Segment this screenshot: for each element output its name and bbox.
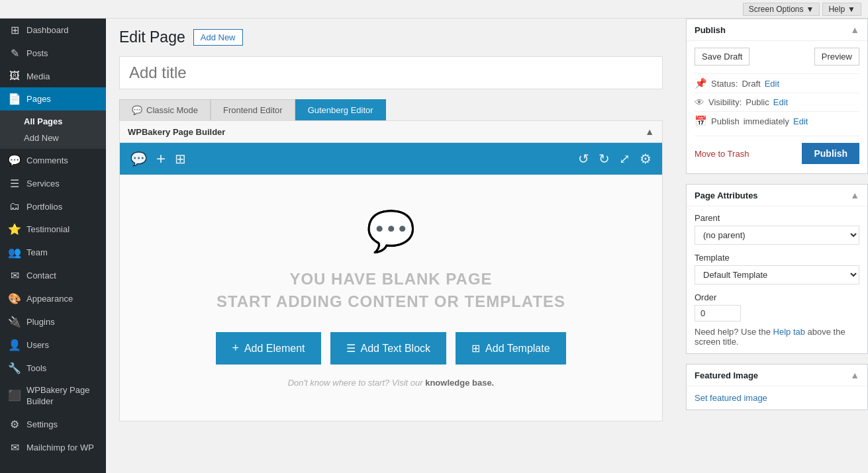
publish-time-icon: 📅 bbox=[695, 115, 707, 127]
publish-metabox-body: Save Draft Preview 📌 Status: Draft Edit … bbox=[687, 41, 867, 173]
sidebar-item-users[interactable]: 👤 Users bbox=[0, 333, 106, 357]
contact-icon: ✉ bbox=[8, 269, 21, 282]
page-attributes-title: Page Attributes bbox=[695, 191, 758, 200]
services-icon: ☰ bbox=[8, 177, 21, 190]
layout: ⊞ Dashboard ✎ Posts 🖼 Media 📄 Pages All … bbox=[0, 19, 868, 473]
publish-time-row: 📅 Publish immediately Edit bbox=[695, 111, 859, 130]
status-row: 📌 Status: Draft Edit bbox=[695, 73, 859, 93]
add-element-button[interactable]: + Add Element bbox=[216, 332, 320, 365]
publish-metabox-title: Publish bbox=[695, 25, 726, 35]
publish-time-edit-link[interactable]: Edit bbox=[793, 116, 808, 126]
users-icon: 👤 bbox=[8, 339, 21, 351]
wpbakery-collapse-button[interactable]: ▲ bbox=[645, 126, 654, 137]
order-label: Order bbox=[695, 292, 859, 302]
add-text-block-button[interactable]: ☰ Add Text Block bbox=[330, 332, 447, 365]
mailchimp-icon: ✉ bbox=[8, 441, 21, 454]
page-attributes-collapse-icon[interactable]: ▲ bbox=[850, 190, 859, 200]
add-element-plus-icon: + bbox=[232, 341, 239, 355]
main-content: Edit Page Add New 💬 Classic Mode Fronten… bbox=[106, 19, 676, 473]
wpbakery-grid-icon[interactable]: ⊞ bbox=[175, 151, 186, 167]
page-attributes-metabox: Page Attributes ▲ Parent (no parent) Tem… bbox=[686, 184, 868, 354]
order-input[interactable]: 0 bbox=[695, 305, 741, 322]
sidebar-item-team[interactable]: 👥 Team bbox=[0, 241, 106, 264]
page-header: Edit Page Add New bbox=[119, 28, 663, 46]
wpbakery-title: WPBakery Page Builder bbox=[128, 127, 225, 137]
status-edit-link[interactable]: Edit bbox=[765, 79, 779, 89]
wpbakery-add-icon[interactable]: + bbox=[156, 150, 166, 168]
portfolios-icon: 🗂 bbox=[8, 200, 21, 212]
add-new-button[interactable]: Add New bbox=[193, 29, 243, 46]
publish-button[interactable]: Publish bbox=[802, 143, 859, 164]
tab-frontend-editor[interactable]: Frontend Editor bbox=[211, 99, 295, 120]
sidebar-item-settings[interactable]: ⚙ Settings bbox=[0, 413, 106, 436]
comments-icon: 💬 bbox=[8, 154, 21, 167]
featured-image-metabox-header[interactable]: Featured Image ▲ bbox=[687, 365, 867, 386]
editor-tabs: 💬 Classic Mode Frontend Editor Gutenberg… bbox=[119, 99, 663, 120]
knowledge-base-link[interactable]: knowledge base. bbox=[425, 378, 494, 388]
sidebar-item-posts[interactable]: ✎ Posts bbox=[0, 42, 106, 65]
save-draft-button[interactable]: Save Draft bbox=[695, 48, 749, 65]
sidebar-item-testimonial[interactable]: ⭐ Testimonial bbox=[0, 218, 106, 241]
visibility-edit-link[interactable]: Edit bbox=[773, 97, 788, 107]
wpbakery-undo-icon[interactable]: ↺ bbox=[578, 151, 589, 167]
plugins-icon: 🔌 bbox=[8, 316, 21, 328]
sidebar-item-appearance[interactable]: 🎨 Appearance bbox=[0, 287, 106, 310]
tools-icon: 🔧 bbox=[8, 362, 21, 374]
publish-metabox: Publish ▲ Save Draft Preview 📌 Status: D… bbox=[686, 19, 868, 174]
tab-gutenberg-editor[interactable]: Gutenberg Editor bbox=[295, 99, 386, 120]
status-label: Status: bbox=[711, 79, 738, 89]
classic-mode-icon: 💬 bbox=[132, 105, 142, 115]
page-title-input[interactable] bbox=[119, 56, 663, 89]
sidebar-item-mailchimp[interactable]: ✉ Mailchimp for WP bbox=[0, 436, 106, 459]
wpbakery-settings-icon[interactable]: ⚙ bbox=[640, 151, 651, 167]
sidebar-item-all-pages[interactable]: All Pages bbox=[0, 113, 106, 130]
pages-submenu: All Pages Add New bbox=[0, 110, 106, 149]
help-tab-link[interactable]: Help tab bbox=[773, 327, 805, 337]
publish-metabox-header[interactable]: Publish ▲ bbox=[687, 19, 867, 41]
publish-collapse-icon[interactable]: ▲ bbox=[850, 24, 859, 35]
sidebar: ⊞ Dashboard ✎ Posts 🖼 Media 📄 Pages All … bbox=[0, 19, 106, 473]
sidebar-item-contact[interactable]: ✉ Contact bbox=[0, 264, 106, 287]
tab-classic-mode[interactable]: 💬 Classic Mode bbox=[119, 99, 211, 120]
template-select[interactable]: Default Template bbox=[695, 265, 859, 284]
wpbakery-redo-icon[interactable]: ↻ bbox=[599, 151, 610, 167]
top-bar: Screen Options ▼ Help ▼ bbox=[0, 0, 868, 19]
sidebar-item-pages[interactable]: 📄 Pages bbox=[0, 87, 106, 110]
set-featured-image-link[interactable]: Set featured image bbox=[695, 393, 767, 403]
help-button[interactable]: Help ▼ bbox=[822, 3, 861, 16]
wpbakery-logo-icon[interactable]: 💬 bbox=[130, 151, 147, 167]
visibility-label: Visibility: bbox=[708, 97, 742, 107]
sidebar-item-tools[interactable]: 🔧 Tools bbox=[0, 357, 106, 380]
screen-options-button[interactable]: Screen Options ▼ bbox=[743, 3, 820, 16]
page-attributes-body: Parent (no parent) Template Default Temp… bbox=[687, 206, 867, 353]
sidebar-item-comments[interactable]: 💬 Comments bbox=[0, 149, 106, 172]
publish-time-label: Publish bbox=[711, 116, 740, 126]
page-attributes-metabox-header[interactable]: Page Attributes ▲ bbox=[687, 185, 867, 206]
wpbakery-content-area: 💬 YOU HAVE BLANK PAGE START ADDING CONTE… bbox=[120, 175, 662, 421]
wpbakery-builder: WPBakery Page Builder ▲ 💬 + ⊞ ↺ ↻ ⤢ ⚙ 💬 … bbox=[119, 120, 663, 421]
move-to-trash-link[interactable]: Move to Trash bbox=[695, 149, 749, 159]
wpbakery-icon: ⬛ bbox=[8, 389, 21, 403]
featured-image-metabox: Featured Image ▲ Set featured image bbox=[686, 364, 868, 410]
sidebar-item-dashboard[interactable]: ⊞ Dashboard bbox=[0, 19, 106, 42]
sidebar-item-add-new-page[interactable]: Add New bbox=[0, 130, 106, 146]
wpbakery-fullscreen-icon[interactable]: ⤢ bbox=[619, 151, 630, 167]
sidebar-item-wpbakery[interactable]: ⬛ WPBakery Page Builder bbox=[0, 380, 106, 413]
dashboard-icon: ⊞ bbox=[8, 24, 21, 36]
parent-select[interactable]: (no parent) bbox=[695, 226, 859, 245]
wpbakery-help-text: Don't know where to start? Visit our kno… bbox=[288, 378, 495, 388]
parent-label: Parent bbox=[695, 213, 859, 223]
add-template-button[interactable]: ⊞ Add Template bbox=[456, 332, 566, 365]
posts-icon: ✎ bbox=[8, 47, 21, 60]
sidebar-item-plugins[interactable]: 🔌 Plugins bbox=[0, 310, 106, 333]
preview-button[interactable]: Preview bbox=[814, 48, 859, 65]
sidebar-item-services[interactable]: ☰ Services bbox=[0, 172, 106, 195]
sidebar-item-media[interactable]: 🖼 Media bbox=[0, 65, 106, 87]
attributes-help-text: Need help? Use the Help tab above the sc… bbox=[695, 327, 859, 347]
featured-image-collapse-icon[interactable]: ▲ bbox=[850, 370, 859, 380]
sidebar-item-portfolios[interactable]: 🗂 Portfolios bbox=[0, 195, 106, 218]
media-icon: 🖼 bbox=[8, 70, 21, 82]
publish-actions: Save Draft Preview bbox=[695, 48, 859, 65]
add-template-icon: ⊞ bbox=[471, 342, 480, 355]
visibility-value: Public bbox=[746, 97, 769, 107]
